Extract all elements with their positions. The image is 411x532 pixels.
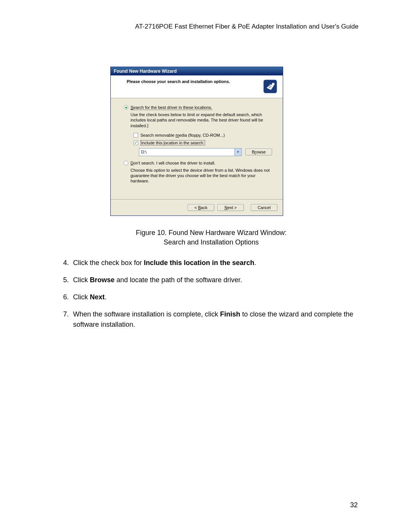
dialog-subtitle: Please choose your search and installati… xyxy=(127,79,278,84)
radio-dont-search[interactable]: Don't search. I will choose the driver t… xyxy=(124,161,272,165)
checkbox-removable-media[interactable]: Search removable media (floppy, CD-ROM..… xyxy=(134,133,272,137)
dialog-title-bar: Found New Hardware Wizard xyxy=(111,67,283,75)
hardware-icon xyxy=(262,78,278,94)
next-button[interactable]: Next > xyxy=(217,204,244,211)
dialog-footer: < Back Next > Cancel xyxy=(111,199,283,216)
checkbox-include-location[interactable]: Include this location in the search: xyxy=(134,141,272,145)
checkbox-removable-label: Search removable media (floppy, CD-ROM..… xyxy=(140,133,225,137)
browse-button[interactable]: Browse xyxy=(245,149,272,155)
instruction-steps: Click the check box for Include this loc… xyxy=(61,258,362,330)
checkbox-include-label: Include this location in the search: xyxy=(140,141,205,145)
step-4: Click the check box for Include this loc… xyxy=(71,258,362,268)
location-path-combobox[interactable]: D:\ ▼ xyxy=(139,148,242,156)
document-header: AT-2716POE Fast Ethernet Fiber & PoE Ada… xyxy=(61,23,362,30)
radio-dont-search-label: Don't search. I will choose the driver t… xyxy=(131,161,215,165)
chevron-down-icon[interactable]: ▼ xyxy=(234,149,241,156)
radio-unselected-icon xyxy=(124,161,128,165)
dialog-header: Please choose your search and installati… xyxy=(111,75,283,98)
step-7: When the software installation is comple… xyxy=(71,309,362,330)
cancel-button[interactable]: Cancel xyxy=(251,204,277,211)
found-new-hardware-wizard-dialog: Found New Hardware Wizard Please choose … xyxy=(110,67,283,216)
radio-selected-icon xyxy=(124,105,128,110)
dont-search-description: Choose this option to select the device … xyxy=(131,168,272,184)
text-cursor-icon xyxy=(148,124,148,128)
step-6: Click Next. xyxy=(71,292,362,302)
radio-search-best-driver[interactable]: Search for the best driver in these loca… xyxy=(124,105,272,110)
back-button[interactable]: < Back xyxy=(188,204,214,211)
checkbox-checked-icon xyxy=(134,141,138,145)
svg-point-1 xyxy=(272,83,274,85)
dialog-body: Search for the best driver in these loca… xyxy=(111,98,283,199)
checkbox-unchecked-icon xyxy=(134,133,138,137)
radio-search-label: Search for the best driver in these loca… xyxy=(131,105,212,110)
step-5: Click Browse and locate the path of the … xyxy=(71,275,362,285)
search-description: Use the check boxes below to limit or ex… xyxy=(131,112,272,128)
location-path-value: D:\ xyxy=(139,149,234,156)
page-number: 32 xyxy=(350,501,358,509)
figure-caption: Figure 10. Found New Hardware Wizard Win… xyxy=(61,228,362,247)
